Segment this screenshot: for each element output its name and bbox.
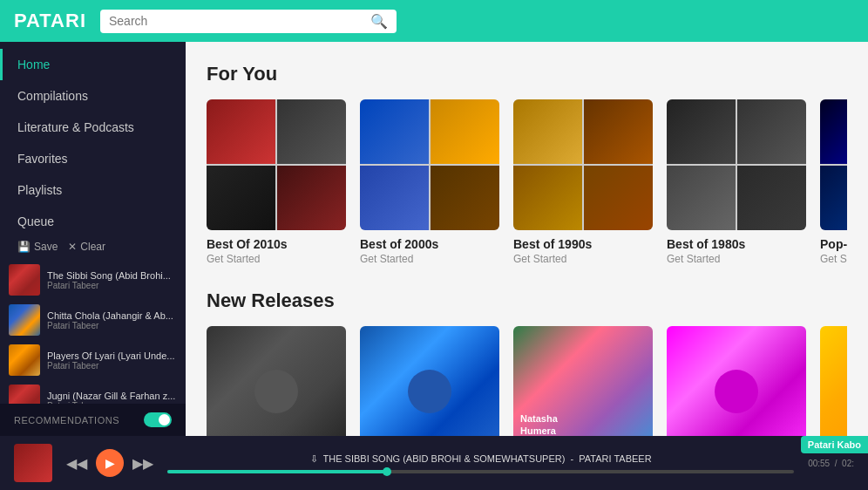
queue-title: Jugni (Nazar Gill & Farhan z... bbox=[47, 391, 177, 401]
thumb-cell bbox=[513, 166, 582, 230]
main-layout: Home Compilations Literature & Podcasts … bbox=[0, 42, 868, 436]
thumb-cell bbox=[360, 99, 429, 164]
card-best-2000s[interactable]: Best of 2000s Get Started bbox=[360, 99, 499, 265]
progress-dot bbox=[383, 467, 391, 476]
clear-icon: ✕ bbox=[68, 241, 77, 253]
card-thumb bbox=[207, 99, 346, 230]
new-release-card-5[interactable] bbox=[820, 326, 847, 436]
patari-banner[interactable]: Patari Kabo bbox=[801, 436, 868, 453]
queue-info: Players Of Lyari (Lyari Unde... Patari T… bbox=[47, 350, 177, 371]
search-input[interactable] bbox=[109, 14, 370, 28]
card-thumb bbox=[667, 99, 806, 230]
queue-artist: Patari Tabeer bbox=[47, 361, 177, 371]
new-releases-section: New Releases NatashaHumeraEjaz bbox=[207, 289, 847, 436]
queue-thumb bbox=[9, 264, 40, 296]
new-releases-cards-row: NatashaHumeraEjaz bbox=[207, 326, 847, 436]
card-pop-rock[interactable]: Pop-Rock Get Started bbox=[820, 99, 847, 265]
recommendations-toggle[interactable] bbox=[144, 412, 172, 427]
play-button[interactable]: ▶ bbox=[96, 449, 124, 477]
card-best-1980s[interactable]: Best of 1980s Get Started bbox=[667, 99, 806, 265]
sidebar-item-home[interactable]: Home bbox=[0, 49, 186, 80]
new-release-card-3[interactable]: NatashaHumeraEjaz bbox=[513, 326, 653, 436]
card-subtitle: Get Started bbox=[207, 253, 346, 265]
thumb-cell bbox=[820, 99, 847, 164]
queue-item[interactable]: The Sibbi Song (Abid Brohi... Patari Tab… bbox=[0, 260, 186, 300]
thumb-cell bbox=[277, 166, 346, 230]
content-area: For You Best Of 2010s Get Started bbox=[186, 42, 868, 436]
queue-title: The Sibbi Song (Abid Brohi... bbox=[47, 270, 177, 281]
queue-item[interactable]: Chitta Chola (Jahangir & Ab... Patari Ta… bbox=[0, 300, 186, 340]
skip-forward-button[interactable]: ▶▶ bbox=[132, 455, 153, 472]
recommendations-section: RECOMMENDATIONS bbox=[0, 404, 186, 436]
new-releases-title: New Releases bbox=[207, 289, 847, 312]
card-subtitle: Get Started bbox=[667, 253, 806, 265]
sidebar-item-favorites[interactable]: Favorites bbox=[0, 143, 186, 174]
thumb-cell bbox=[820, 166, 847, 230]
card-subtitle: Get Started bbox=[360, 253, 499, 265]
thumb-cell bbox=[513, 99, 582, 164]
save-button[interactable]: 💾 Save bbox=[17, 241, 58, 253]
sidebar-nav: Home Compilations Literature & Podcasts … bbox=[0, 42, 186, 237]
sidebar: Home Compilations Literature & Podcasts … bbox=[0, 42, 186, 436]
card-best-1990s[interactable]: Best of 1990s Get Started bbox=[513, 99, 653, 265]
thumb-cell bbox=[584, 99, 653, 164]
queue-artist: Patari Tabeer bbox=[47, 321, 177, 330]
track-label: THE SIBBI SONG (ABID BROHI & SOMEWHATSUP… bbox=[323, 453, 652, 464]
card-thumb bbox=[820, 326, 847, 436]
queue-item[interactable]: Players Of Lyari (Lyari Unde... Patari T… bbox=[0, 340, 186, 380]
thumb-cell bbox=[277, 99, 346, 164]
card-thumb bbox=[207, 326, 346, 436]
new-release-card-4[interactable] bbox=[667, 326, 806, 436]
sidebar-item-queue[interactable]: Queue bbox=[0, 206, 186, 237]
player-info: ⇩ THE SIBBI SONG (ABID BROHI & SOMEWHATS… bbox=[167, 453, 794, 473]
queue-info: Jugni (Nazar Gill & Farhan z... Patari T… bbox=[47, 391, 177, 405]
recommendations-label: RECOMMENDATIONS bbox=[14, 415, 119, 425]
card-thumb bbox=[667, 326, 806, 436]
thumb-cell bbox=[737, 99, 806, 164]
thumb-cell bbox=[584, 166, 653, 230]
queue-title: Chitta Chola (Jahangir & Ab... bbox=[47, 310, 177, 321]
card-title: Pop-Rock bbox=[820, 237, 847, 251]
for-you-cards-row: Best Of 2010s Get Started Best of 2000s … bbox=[207, 99, 847, 265]
player-time: 00:55 / 02: bbox=[808, 459, 854, 468]
new-release-card-1[interactable] bbox=[207, 326, 346, 436]
sidebar-item-literature[interactable]: Literature & Podcasts bbox=[0, 112, 186, 143]
queue-item[interactable]: Jugni (Nazar Gill & Farhan z... Patari T… bbox=[0, 380, 186, 404]
queue-artist: Patari Tabeer bbox=[47, 281, 177, 290]
thumb-cell bbox=[207, 166, 275, 230]
card-thumb bbox=[820, 99, 847, 230]
player-thumbnail bbox=[14, 444, 52, 482]
queue-info: The Sibbi Song (Abid Brohi... Patari Tab… bbox=[47, 270, 177, 290]
for-you-title: For You bbox=[207, 63, 847, 85]
app-logo: PATARI bbox=[14, 10, 86, 32]
player-controls: ◀◀ ▶ ▶▶ bbox=[66, 449, 153, 477]
card-title: Best of 2000s bbox=[360, 237, 499, 251]
queue-thumb bbox=[9, 304, 40, 336]
thumb-cell bbox=[667, 166, 736, 230]
top-navigation: PATARI 🔍 bbox=[0, 0, 868, 42]
progress-bar[interactable] bbox=[167, 470, 794, 473]
search-button[interactable]: 🔍 bbox=[370, 13, 388, 30]
bottom-player: ◀◀ ▶ ▶▶ ⇩ THE SIBBI SONG (ABID BROHI & S… bbox=[0, 436, 868, 490]
thumb-cell bbox=[737, 166, 806, 230]
search-bar: 🔍 bbox=[100, 10, 397, 33]
clear-button[interactable]: ✕ Clear bbox=[68, 241, 105, 253]
card-thumb bbox=[360, 326, 499, 436]
sidebar-queue-actions: 💾 Save ✕ Clear bbox=[0, 237, 186, 260]
thumb-cell bbox=[431, 99, 499, 164]
progress-fill bbox=[167, 470, 387, 473]
skip-back-button[interactable]: ◀◀ bbox=[66, 455, 87, 472]
new-release-card-2[interactable] bbox=[360, 326, 499, 436]
queue-list: The Sibbi Song (Abid Brohi... Patari Tab… bbox=[0, 260, 186, 404]
card-title: Best of 1980s bbox=[667, 237, 806, 251]
thumb-cell bbox=[667, 99, 736, 164]
card-subtitle: Get Started bbox=[513, 253, 653, 265]
sidebar-item-playlists[interactable]: Playlists bbox=[0, 174, 186, 206]
card-thumb bbox=[513, 99, 653, 230]
card-best-2010s[interactable]: Best Of 2010s Get Started bbox=[207, 99, 346, 265]
sidebar-item-compilations[interactable]: Compilations bbox=[0, 80, 186, 112]
queue-info: Chitta Chola (Jahangir & Ab... Patari Ta… bbox=[47, 310, 177, 330]
player-track-info: ⇩ THE SIBBI SONG (ABID BROHI & SOMEWHATS… bbox=[167, 453, 794, 465]
thumb-cell bbox=[431, 166, 499, 230]
queue-title: Players Of Lyari (Lyari Unde... bbox=[47, 350, 177, 361]
